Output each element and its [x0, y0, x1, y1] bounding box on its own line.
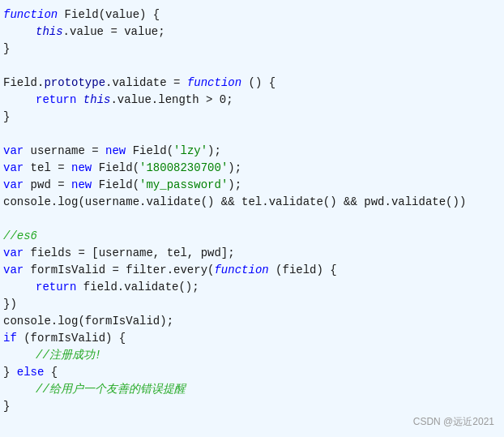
code-line-14: //es6 [0, 228, 504, 245]
code-line-24: } [0, 398, 504, 415]
code-block: function Field(value) { this.value = val… [0, 0, 504, 437]
code-line-7: } [0, 109, 504, 126]
code-line-21: //注册成功! [0, 347, 504, 364]
code-line-11: var pwd = new Field('my_password'); [0, 177, 504, 194]
code-line-5: Field.prototype.validate = function () { [0, 75, 504, 92]
code-line-17: return field.validate(); [0, 279, 504, 296]
code-line-22: } else { [0, 364, 504, 381]
code-line-13 [0, 211, 504, 228]
code-line-2: this.value = value; [0, 24, 504, 41]
watermark: CSDN @远近2021 [413, 415, 494, 429]
code-line-12: console.log(username.validate() && tel.v… [0, 194, 504, 211]
code-line-23: //给用户一个友善的错误提醒 [0, 381, 504, 398]
code-line-4 [0, 58, 504, 75]
code-line-18: }) [0, 296, 504, 313]
code-line-16: var formIsValid = filter.every(function … [0, 262, 504, 279]
code-line-10: var tel = new Field('18008230700'); [0, 160, 504, 177]
code-line-15: var fields = [username, tel, pwd]; [0, 245, 504, 262]
code-line-3: } [0, 41, 504, 58]
code-line-19: console.log(formIsValid); [0, 313, 504, 330]
code-line-6: return this.value.length > 0; [0, 92, 504, 109]
code-line-20: if (formIsValid) { [0, 330, 504, 347]
code-line-9: var username = new Field('lzy'); [0, 143, 504, 160]
code-line-1: function Field(value) { [0, 6, 504, 24]
code-line-8 [0, 126, 504, 143]
